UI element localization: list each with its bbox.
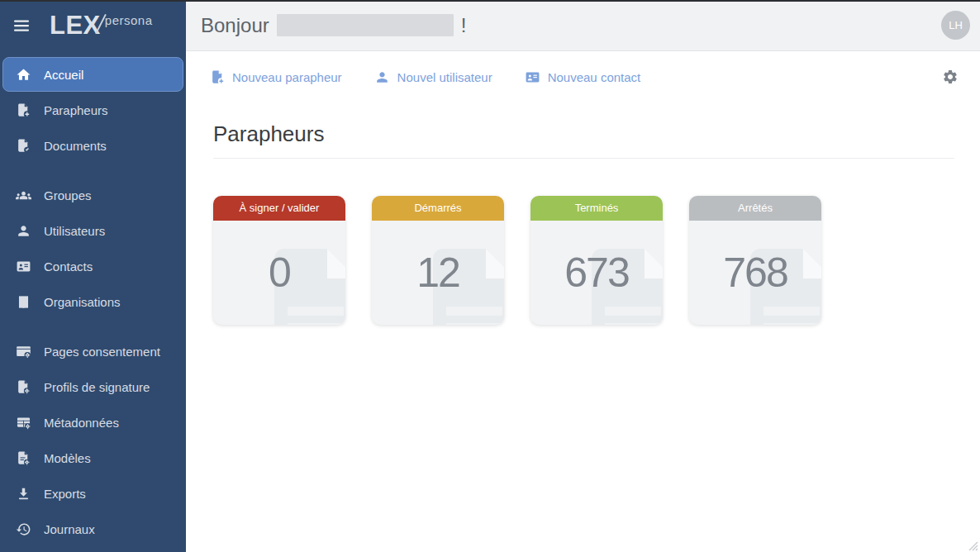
document-add-icon: [14, 102, 32, 118]
sidebar-item-documents[interactable]: Documents: [2, 128, 183, 163]
window-top-edge: [0, 0, 980, 2]
menu-icon[interactable]: [12, 16, 31, 36]
redacted-username: [277, 14, 454, 36]
lex-persona-logo[interactable]: LEX persona: [50, 12, 153, 40]
stat-card-termines[interactable]: Terminés 673: [530, 196, 663, 325]
quick-actions-toolbar: Nouveau parapheur Nouvel utilisateur Nou…: [186, 52, 980, 85]
sidebar-item-modeles[interactable]: Modèles: [2, 440, 183, 475]
parapheurs-section: Parapheurs À signer / valider 0 Dém: [186, 121, 980, 325]
stat-card-arretes[interactable]: Arrêtés 768: [689, 196, 821, 325]
new-user-link[interactable]: Nouvel utilisateur: [373, 69, 492, 85]
stat-card-header: Terminés: [530, 196, 663, 221]
sidebar-header: LEX persona: [0, 0, 186, 51]
sidebar-item-accueil[interactable]: Accueil: [2, 57, 183, 92]
contact-card-icon: [14, 258, 32, 274]
section-title: Parapheurs: [213, 121, 954, 147]
sidebar-item-label: Organisations: [44, 295, 121, 309]
file-gear-icon: [14, 378, 32, 395]
sidebar-item-metadonnees[interactable]: Métadonnées: [2, 405, 183, 440]
stat-card-body: 768: [689, 221, 821, 325]
sidebar-item-label: Utilisateurs: [44, 224, 105, 238]
sidebar-item-utilisateurs[interactable]: Utilisateurs: [2, 213, 183, 248]
stat-card-a-signer[interactable]: À signer / valider 0: [213, 196, 345, 325]
stat-card-value: 12: [416, 249, 459, 297]
avatar[interactable]: LH: [941, 11, 970, 40]
home-icon: [14, 66, 32, 83]
download-icon: [14, 485, 32, 502]
sidebar: LEX persona Accueil Parapheurs: [0, 0, 186, 552]
sidebar-item-label: Groupes: [44, 188, 92, 202]
sidebar-item-label: Contacts: [44, 259, 93, 274]
sidebar-item-organisations[interactable]: Organisations: [2, 284, 183, 319]
sidebar-item-label: Profils de signature: [44, 380, 150, 394]
stat-card-value: 0: [269, 249, 290, 297]
sidebar-item-profils-signature[interactable]: Profils de signature: [2, 369, 183, 404]
greeting-punctuation: !: [461, 14, 467, 37]
greeting: Bonjour !: [201, 14, 466, 37]
action-label: Nouvel utilisateur: [397, 70, 492, 84]
section-divider: [213, 158, 954, 159]
greeting-text: Bonjour: [201, 14, 269, 37]
sidebar-item-label: Parapheurs: [44, 103, 108, 117]
sidebar-item-journaux[interactable]: Journaux: [2, 512, 183, 546]
stat-cards-row: À signer / valider 0 Démarrés: [213, 196, 954, 325]
resize-grip[interactable]: [968, 540, 978, 550]
document-add-icon: [208, 69, 226, 85]
sidebar-item-groupes[interactable]: Groupes: [2, 178, 183, 212]
new-contact-link[interactable]: Nouveau contact: [524, 69, 641, 85]
groups-icon: [14, 187, 32, 203]
stat-card-body: 673: [530, 221, 663, 325]
action-label: Nouveau parapheur: [232, 70, 342, 84]
sidebar-item-label: Journaux: [44, 522, 95, 536]
person-icon: [14, 222, 32, 239]
sidebar-nav: Accueil Parapheurs: [0, 51, 186, 552]
person-icon: [373, 69, 392, 85]
logo-lex-text: LEX: [50, 12, 101, 40]
sidebar-item-pages-consentement[interactable]: Pages consentement: [2, 334, 183, 369]
history-icon: [14, 521, 32, 537]
contact-card-icon: [524, 69, 542, 85]
stat-card-body: 0: [213, 221, 345, 325]
template-gear-icon: [14, 450, 32, 466]
sidebar-item-exports[interactable]: Exports: [2, 476, 183, 511]
building-icon: [14, 293, 32, 310]
table-gear-icon: [14, 414, 32, 431]
logo-persona-text: persona: [105, 13, 153, 27]
stat-card-demarres[interactable]: Démarrés 12: [372, 196, 504, 325]
stat-card-value: 673: [564, 249, 628, 297]
main-content: Nouveau parapheur Nouvel utilisateur Nou…: [186, 52, 980, 552]
sidebar-item-label: Pages consentement: [44, 345, 160, 359]
stat-card-body: 12: [372, 221, 504, 325]
stat-card-value: 768: [723, 249, 787, 297]
page-gear-icon: [14, 343, 32, 359]
sidebar-item-label: Modèles: [44, 451, 91, 465]
gear-icon[interactable]: [942, 69, 959, 85]
sidebar-item-label: Documents: [44, 139, 107, 153]
sidebar-item-contacts[interactable]: Contacts: [2, 249, 183, 283]
sidebar-item-label: Métadonnées: [44, 416, 119, 430]
document-check-icon: [14, 137, 32, 154]
page-header: Bonjour ! LH: [186, 0, 980, 51]
stat-card-header: À signer / valider: [213, 196, 345, 221]
action-label: Nouveau contact: [548, 70, 641, 84]
sidebar-item-label: Exports: [44, 487, 86, 501]
stat-card-header: Démarrés: [372, 196, 504, 221]
sidebar-item-label: Accueil: [44, 68, 83, 82]
sidebar-item-parapheurs[interactable]: Parapheurs: [2, 93, 183, 127]
stat-card-header: Arrêtés: [689, 196, 821, 221]
new-parapheur-link[interactable]: Nouveau parapheur: [208, 69, 342, 85]
